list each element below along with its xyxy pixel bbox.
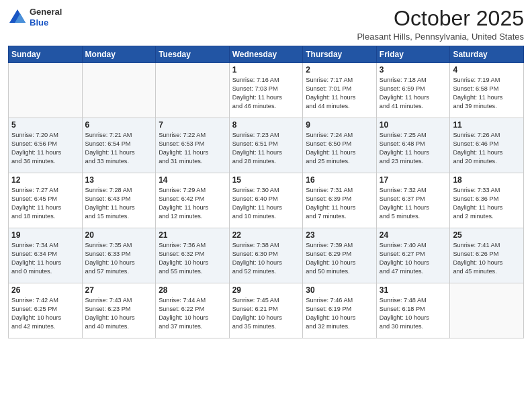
title-block: October 2025 Pleasant Hills, Pennsylvani…: [357, 7, 524, 42]
day-number: 10: [380, 120, 447, 130]
day-info: Sunrise: 7:20 AM Sunset: 6:56 PM Dayligh…: [11, 131, 79, 166]
day-info: Sunrise: 7:31 AM Sunset: 6:39 PM Dayligh…: [306, 186, 373, 221]
day-info: Sunrise: 7:33 AM Sunset: 6:36 PM Dayligh…: [453, 186, 521, 221]
table-row: 23Sunrise: 7:39 AM Sunset: 6:29 PM Dayli…: [303, 228, 377, 283]
day-number: 31: [380, 285, 447, 295]
table-row: 28Sunrise: 7:44 AM Sunset: 6:22 PM Dayli…: [156, 283, 230, 338]
day-number: 25: [453, 230, 521, 240]
calendar-week-row: 12Sunrise: 7:27 AM Sunset: 6:45 PM Dayli…: [9, 173, 524, 228]
table-row: 29Sunrise: 7:45 AM Sunset: 6:21 PM Dayli…: [229, 283, 303, 338]
table-row: 6Sunrise: 7:21 AM Sunset: 6:54 PM Daylig…: [82, 118, 156, 173]
day-info: Sunrise: 7:34 AM Sunset: 6:34 PM Dayligh…: [11, 241, 79, 276]
logo-blue: Blue: [30, 17, 62, 28]
day-info: Sunrise: 7:19 AM Sunset: 6:58 PM Dayligh…: [453, 76, 521, 111]
calendar-week-row: 19Sunrise: 7:34 AM Sunset: 6:34 PM Dayli…: [9, 228, 524, 283]
day-info: Sunrise: 7:42 AM Sunset: 6:25 PM Dayligh…: [11, 296, 79, 331]
table-row: 2Sunrise: 7:17 AM Sunset: 7:01 PM Daylig…: [303, 63, 377, 118]
table-row: 25Sunrise: 7:41 AM Sunset: 6:26 PM Dayli…: [450, 228, 524, 283]
table-row: 27Sunrise: 7:43 AM Sunset: 6:23 PM Dayli…: [82, 283, 156, 338]
table-row: 14Sunrise: 7:29 AM Sunset: 6:42 PM Dayli…: [156, 173, 230, 228]
table-row: 20Sunrise: 7:35 AM Sunset: 6:33 PM Dayli…: [82, 228, 156, 283]
day-info: Sunrise: 7:18 AM Sunset: 6:59 PM Dayligh…: [380, 76, 447, 111]
table-row: 11Sunrise: 7:26 AM Sunset: 6:46 PM Dayli…: [450, 118, 524, 173]
day-info: Sunrise: 7:16 AM Sunset: 7:03 PM Dayligh…: [232, 76, 300, 111]
day-info: Sunrise: 7:23 AM Sunset: 6:51 PM Dayligh…: [232, 131, 300, 166]
day-info: Sunrise: 7:48 AM Sunset: 6:18 PM Dayligh…: [380, 296, 447, 331]
day-info: Sunrise: 7:24 AM Sunset: 6:50 PM Dayligh…: [306, 131, 373, 166]
day-info: Sunrise: 7:45 AM Sunset: 6:21 PM Dayligh…: [232, 296, 300, 331]
table-row: [82, 63, 156, 118]
logo-text: General Blue: [30, 7, 62, 28]
table-row: 9Sunrise: 7:24 AM Sunset: 6:50 PM Daylig…: [303, 118, 377, 173]
day-number: 5: [11, 120, 79, 130]
day-number: 21: [159, 230, 226, 240]
day-number: 15: [232, 175, 300, 185]
day-number: 29: [232, 285, 300, 295]
day-number: 26: [11, 285, 79, 295]
day-info: Sunrise: 7:29 AM Sunset: 6:42 PM Dayligh…: [159, 186, 226, 221]
day-number: 23: [306, 230, 373, 240]
day-info: Sunrise: 7:30 AM Sunset: 6:40 PM Dayligh…: [232, 186, 300, 221]
table-row: 12Sunrise: 7:27 AM Sunset: 6:45 PM Dayli…: [9, 173, 83, 228]
logo-icon: [8, 8, 27, 27]
col-sunday: Sunday: [9, 46, 83, 63]
table-row: 30Sunrise: 7:46 AM Sunset: 6:19 PM Dayli…: [303, 283, 377, 338]
day-info: Sunrise: 7:28 AM Sunset: 6:43 PM Dayligh…: [85, 186, 153, 221]
day-number: 13: [85, 175, 153, 185]
day-info: Sunrise: 7:27 AM Sunset: 6:45 PM Dayligh…: [11, 186, 79, 221]
day-number: 7: [159, 120, 226, 130]
day-info: Sunrise: 7:35 AM Sunset: 6:33 PM Dayligh…: [85, 241, 153, 276]
table-row: 21Sunrise: 7:36 AM Sunset: 6:32 PM Dayli…: [156, 228, 230, 283]
logo-general: General: [30, 7, 62, 17]
table-row: 17Sunrise: 7:32 AM Sunset: 6:37 PM Dayli…: [376, 173, 450, 228]
day-info: Sunrise: 7:43 AM Sunset: 6:23 PM Dayligh…: [85, 296, 153, 331]
col-saturday: Saturday: [450, 46, 524, 63]
calendar-week-row: 26Sunrise: 7:42 AM Sunset: 6:25 PM Dayli…: [9, 283, 524, 338]
table-row: 13Sunrise: 7:28 AM Sunset: 6:43 PM Dayli…: [82, 173, 156, 228]
table-row: [9, 63, 83, 118]
table-row: 5Sunrise: 7:20 AM Sunset: 6:56 PM Daylig…: [9, 118, 83, 173]
table-row: 19Sunrise: 7:34 AM Sunset: 6:34 PM Dayli…: [9, 228, 83, 283]
day-info: Sunrise: 7:36 AM Sunset: 6:32 PM Dayligh…: [159, 241, 226, 276]
table-row: 22Sunrise: 7:38 AM Sunset: 6:30 PM Dayli…: [229, 228, 303, 283]
table-row: 26Sunrise: 7:42 AM Sunset: 6:25 PM Dayli…: [9, 283, 83, 338]
table-row: 7Sunrise: 7:22 AM Sunset: 6:53 PM Daylig…: [156, 118, 230, 173]
day-number: 28: [159, 285, 226, 295]
day-number: 16: [306, 175, 373, 185]
day-number: 4: [453, 65, 521, 75]
table-row: 10Sunrise: 7:25 AM Sunset: 6:48 PM Dayli…: [376, 118, 450, 173]
col-wednesday: Wednesday: [229, 46, 303, 63]
calendar-table: Sunday Monday Tuesday Wednesday Thursday…: [8, 46, 524, 338]
day-number: 18: [453, 175, 521, 185]
table-row: 24Sunrise: 7:40 AM Sunset: 6:27 PM Dayli…: [376, 228, 450, 283]
col-thursday: Thursday: [303, 46, 377, 63]
day-number: 17: [380, 175, 447, 185]
day-number: 8: [232, 120, 300, 130]
day-number: 30: [306, 285, 373, 295]
day-number: 6: [85, 120, 153, 130]
day-info: Sunrise: 7:41 AM Sunset: 6:26 PM Dayligh…: [453, 241, 521, 276]
day-number: 20: [85, 230, 153, 240]
page-header: General Blue October 2025 Pleasant Hills…: [8, 7, 524, 42]
day-number: 22: [232, 230, 300, 240]
day-info: Sunrise: 7:38 AM Sunset: 6:30 PM Dayligh…: [232, 241, 300, 276]
day-info: Sunrise: 7:17 AM Sunset: 7:01 PM Dayligh…: [306, 76, 373, 111]
col-monday: Monday: [82, 46, 156, 63]
table-row: 8Sunrise: 7:23 AM Sunset: 6:51 PM Daylig…: [229, 118, 303, 173]
day-number: 1: [232, 65, 300, 75]
table-row: 3Sunrise: 7:18 AM Sunset: 6:59 PM Daylig…: [376, 63, 450, 118]
table-row: 15Sunrise: 7:30 AM Sunset: 6:40 PM Dayli…: [229, 173, 303, 228]
day-info: Sunrise: 7:26 AM Sunset: 6:46 PM Dayligh…: [453, 131, 521, 166]
day-info: Sunrise: 7:32 AM Sunset: 6:37 PM Dayligh…: [380, 186, 447, 221]
day-number: 14: [159, 175, 226, 185]
day-number: 9: [306, 120, 373, 130]
logo: General Blue: [8, 7, 62, 28]
table-row: 31Sunrise: 7:48 AM Sunset: 6:18 PM Dayli…: [376, 283, 450, 338]
col-friday: Friday: [376, 46, 450, 63]
table-row: [450, 283, 524, 338]
table-row: 1Sunrise: 7:16 AM Sunset: 7:03 PM Daylig…: [229, 63, 303, 118]
day-number: 3: [380, 65, 447, 75]
location: Pleasant Hills, Pennsylvania, United Sta…: [357, 32, 524, 42]
calendar-week-row: 1Sunrise: 7:16 AM Sunset: 7:03 PM Daylig…: [9, 63, 524, 118]
day-info: Sunrise: 7:39 AM Sunset: 6:29 PM Dayligh…: [306, 241, 373, 276]
